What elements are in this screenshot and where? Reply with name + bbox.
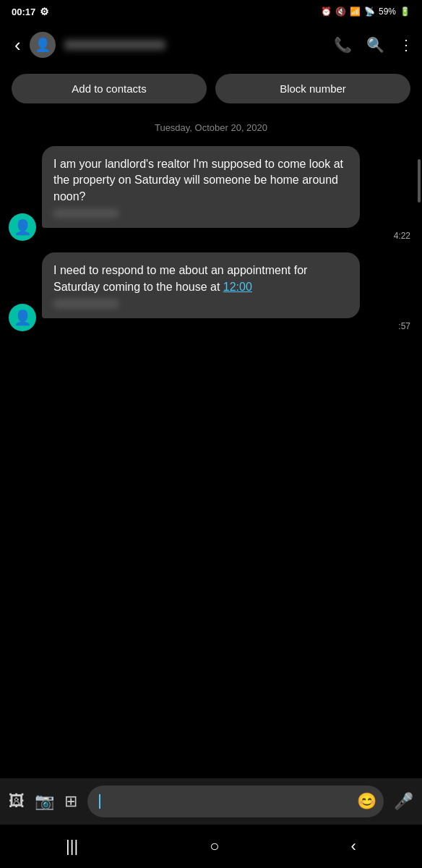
text-cursor: [99, 794, 100, 809]
battery-text: 59%: [379, 7, 396, 17]
back-nav-button[interactable]: ‹: [337, 831, 371, 861]
top-nav: ‹ 👤 📞 🔍 ⋮: [0, 23, 422, 67]
recents-button[interactable]: |||: [51, 831, 92, 861]
messages-area: 👤 I am your landlord's realtor I'm suppo…: [0, 140, 422, 337]
mute-icon: 🔇: [335, 7, 346, 17]
avatar-2: 👤: [9, 304, 36, 331]
avatar-icon: 👤: [35, 37, 51, 53]
date-separator: Tuesday, October 20, 2020: [0, 111, 422, 140]
status-bar: 00:17 ⚙ ⏰ 🔇 📶 📡 59% 🔋: [0, 0, 422, 23]
block-number-button[interactable]: Block number: [215, 74, 410, 103]
message-time-2: :57: [42, 321, 413, 331]
emoji-button[interactable]: 😊: [357, 792, 376, 811]
action-buttons-row: Add to contacts Block number: [0, 67, 422, 111]
gear-icon: ⚙: [40, 6, 49, 17]
date-label: Tuesday, October 20, 2020: [155, 122, 267, 133]
message-bubble-1: I am your landlord's realtor I'm suppose…: [42, 146, 360, 228]
person-icon: 👤: [14, 218, 32, 236]
message-time-1: 4:22: [42, 231, 413, 241]
audio-icon[interactable]: 🎤: [394, 792, 413, 811]
system-nav-bar: ||| ○ ‹: [0, 827, 422, 868]
back-button[interactable]: ‹: [9, 31, 27, 59]
signal-icon: 📡: [364, 7, 375, 17]
sender-name-redacted-1: [53, 209, 119, 218]
contact-name-redacted: [64, 40, 165, 50]
battery-icon: 🔋: [400, 7, 410, 17]
more-options-icon[interactable]: ⋮: [399, 36, 413, 54]
message-wrapper-2: I need to respond to me about an appoint…: [42, 252, 413, 331]
nav-icons-group: 📞 🔍 ⋮: [334, 36, 413, 54]
wifi-icon: 📶: [350, 7, 361, 17]
status-time: 00:17: [12, 7, 35, 17]
time-link[interactable]: 12:00: [223, 281, 252, 293]
person-icon-2: 👤: [14, 309, 32, 326]
message-wrapper-1: I am your landlord's realtor I'm suppose…: [42, 146, 413, 241]
home-button[interactable]: ○: [195, 831, 233, 861]
apps-icon[interactable]: ⊞: [64, 792, 77, 811]
alarm-icon: ⏰: [321, 7, 332, 17]
message-row-2: 👤 I need to respond to me about an appoi…: [9, 252, 413, 331]
sender-name-redacted-2: [53, 299, 119, 308]
phone-icon[interactable]: 📞: [334, 36, 352, 54]
camera-icon[interactable]: 📷: [35, 792, 54, 811]
status-time-area: 00:17 ⚙: [12, 6, 49, 17]
gallery-icon[interactable]: 🖼: [9, 792, 25, 811]
message-bubble-2: I need to respond to me about an appoint…: [42, 252, 360, 318]
search-icon[interactable]: 🔍: [366, 36, 384, 54]
scroll-indicator: [418, 159, 421, 203]
bottom-input-area: 🖼 📷 ⊞ 😊 🎤: [0, 778, 422, 825]
add-to-contacts-button[interactable]: Add to contacts: [12, 74, 207, 103]
contact-avatar: 👤: [30, 32, 56, 58]
message-text-2: I need to respond to me about an appoint…: [53, 264, 307, 292]
status-icons: ⏰ 🔇 📶 📡 59% 🔋: [321, 7, 410, 17]
contact-info-area: [56, 40, 334, 50]
message-text-1: I am your landlord's realtor I'm suppose…: [53, 158, 343, 203]
message-row: 👤 I am your landlord's realtor I'm suppo…: [9, 146, 413, 241]
avatar: 👤: [9, 213, 36, 241]
message-input-wrapper: 😊: [87, 786, 384, 817]
